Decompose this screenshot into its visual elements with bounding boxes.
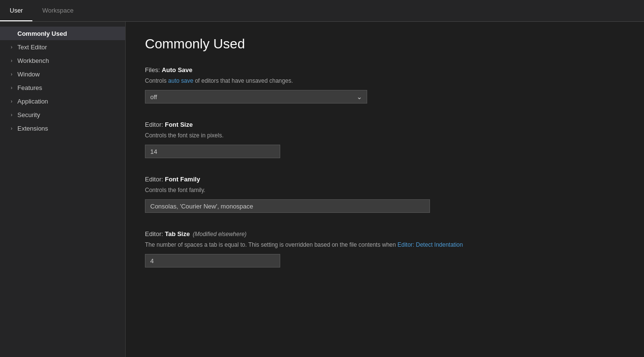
font-family-label-bold: Font Family — [165, 176, 200, 183]
chevron-icon-window: › — [8, 70, 15, 78]
chevron-icon-text-editor: › — [8, 43, 15, 51]
page-title: Commonly Used — [145, 36, 625, 52]
chevron-icon-features: › — [8, 84, 15, 91]
setting-font-family: Editor: Font Family Controls the font fa… — [145, 176, 625, 213]
sidebar-item-commonly-used[interactable]: Commonly Used — [0, 27, 125, 40]
font-size-input[interactable] — [145, 145, 280, 158]
sidebar-label-commonly-used: Commonly Used — [17, 30, 67, 37]
setting-auto-save: Files: Auto Save Controls auto save of e… — [145, 66, 625, 104]
detect-indentation-link[interactable]: Editor: Detect Indentation — [398, 241, 463, 248]
sidebar-item-text-editor[interactable]: › Text Editor — [0, 40, 125, 54]
font-family-label-prefix: Editor: — [145, 176, 165, 183]
sidebar-item-application[interactable]: › Application — [0, 94, 125, 108]
tab-size-label-prefix: Editor: — [145, 230, 165, 238]
auto-save-label-bold: Auto Save — [162, 66, 193, 74]
sidebar-item-window[interactable]: › Window — [0, 67, 125, 81]
sidebar-label-security: Security — [17, 111, 40, 119]
sidebar-item-security[interactable]: › Security — [0, 108, 125, 121]
sidebar-label-window: Window — [17, 71, 40, 78]
auto-save-link[interactable]: auto save — [168, 77, 193, 84]
main-layout: Commonly Used › Text Editor › Workbench … — [0, 22, 644, 357]
chevron-icon-workbench: › — [8, 57, 15, 64]
sidebar-label-text-editor: Text Editor — [17, 44, 47, 51]
sidebar-item-features[interactable]: › Features — [0, 81, 125, 94]
tab-workspace-label: Workspace — [42, 7, 73, 14]
font-size-description: Controls the font size in pixels. — [145, 131, 625, 140]
sidebar: Commonly Used › Text Editor › Workbench … — [0, 22, 126, 357]
tab-bar: User Workspace — [0, 0, 644, 22]
tab-size-description: The number of spaces a tab is equal to. … — [145, 240, 625, 249]
tab-size-input[interactable] — [145, 254, 280, 268]
auto-save-select[interactable]: off afterDelay onFocusChange onWindowCha… — [145, 90, 367, 104]
font-family-description: Controls the font family. — [145, 186, 625, 194]
sidebar-item-extensions[interactable]: › Extensions — [0, 121, 125, 135]
sidebar-label-application: Application — [17, 98, 48, 105]
content-area: Commonly Used Files: Auto Save Controls … — [126, 22, 644, 357]
chevron-icon-extensions: › — [8, 124, 15, 132]
setting-font-size: Editor: Font Size Controls the font size… — [145, 121, 625, 158]
chevron-icon-application: › — [8, 97, 15, 105]
chevron-icon-security: › — [8, 111, 15, 119]
font-size-label-bold: Font Size — [165, 121, 193, 128]
auto-save-description: Controls auto save of editors that have … — [145, 76, 625, 85]
font-family-input[interactable] — [145, 199, 430, 213]
sidebar-item-workbench[interactable]: › Workbench — [0, 54, 125, 67]
chevron-placeholder — [8, 30, 15, 37]
font-size-label: Editor: Font Size — [145, 121, 625, 128]
tab-size-modified: (Modified elsewhere) — [193, 231, 246, 238]
tab-user[interactable]: User — [0, 0, 32, 21]
sidebar-label-features: Features — [17, 84, 42, 91]
auto-save-desc-before: Controls — [145, 77, 168, 84]
tab-workspace[interactable]: Workspace — [32, 0, 83, 21]
auto-save-label-prefix: Files: — [145, 66, 162, 74]
sidebar-label-workbench: Workbench — [17, 57, 49, 64]
auto-save-label: Files: Auto Save — [145, 66, 625, 74]
auto-save-desc-after: of editors that have unsaved changes. — [193, 77, 293, 84]
font-family-label: Editor: Font Family — [145, 176, 625, 183]
auto-save-select-wrapper: off afterDelay onFocusChange onWindowCha… — [145, 90, 367, 104]
tab-user-label: User — [10, 7, 23, 14]
font-size-label-prefix: Editor: — [145, 121, 165, 128]
sidebar-label-extensions: Extensions — [17, 125, 48, 132]
setting-tab-size: Editor: Tab Size(Modified elsewhere) The… — [145, 230, 625, 268]
tab-size-label-bold: Tab Size — [165, 230, 190, 238]
tab-size-desc-before: The number of spaces a tab is equal to. … — [145, 241, 398, 248]
tab-size-label: Editor: Tab Size(Modified elsewhere) — [145, 230, 625, 238]
